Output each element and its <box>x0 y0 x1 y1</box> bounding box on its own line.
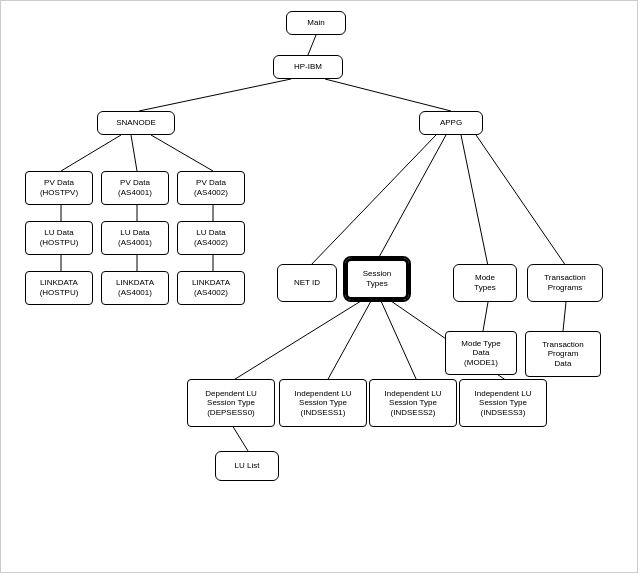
node-lu-as4001: LU Data(AS4001) <box>101 221 169 255</box>
node-lnk-as4001: LINKDATA(AS4001) <box>101 271 169 305</box>
node-main: Main <box>286 11 346 35</box>
svg-line-5 <box>151 135 213 171</box>
svg-line-3 <box>61 135 121 171</box>
svg-line-15 <box>476 135 566 266</box>
svg-line-4 <box>131 135 137 171</box>
svg-line-18 <box>381 301 417 381</box>
svg-line-22 <box>232 425 248 451</box>
node-trans-prog-data: TransactionProgramData <box>525 331 601 377</box>
node-mode-types: ModeTypes <box>453 264 517 302</box>
node-ind-lu1: Independent LUSession Type(INDSESS1) <box>279 379 367 427</box>
svg-line-17 <box>327 301 371 381</box>
node-trans-programs: TransactionPrograms <box>527 264 603 302</box>
svg-line-20 <box>483 302 488 331</box>
svg-line-13 <box>378 135 446 259</box>
svg-line-16 <box>232 301 361 381</box>
node-appg: APPG <box>419 111 483 135</box>
node-dep-lu: Dependent LUSession Type(DEPSESS0) <box>187 379 275 427</box>
node-pv-hostpv: PV Data(HOSTPV) <box>25 171 93 205</box>
svg-line-21 <box>563 302 566 331</box>
svg-line-1 <box>139 79 291 111</box>
node-hp-ibm: HP-IBM <box>273 55 343 79</box>
svg-line-12 <box>310 135 436 266</box>
svg-line-2 <box>325 79 451 111</box>
node-pv-as4002: PV Data(AS4002) <box>177 171 245 205</box>
node-lnk-as4002: LINKDATA(AS4002) <box>177 271 245 305</box>
node-net-id: NET ID <box>277 264 337 302</box>
node-lu-hostpu: LU Data(HOSTPU) <box>25 221 93 255</box>
node-lnk-hostpu: LINKDATA(HOSTPU) <box>25 271 93 305</box>
node-lu-list: LU List <box>215 451 279 481</box>
node-lu-as4002: LU Data(AS4002) <box>177 221 245 255</box>
node-mode-type-data: Mode TypeData(MODE1) <box>445 331 517 375</box>
node-pv-as4001: PV Data(AS4001) <box>101 171 169 205</box>
node-ind-lu3: Independent LUSession Type(INDSESS3) <box>459 379 547 427</box>
node-snanode: SNANODE <box>97 111 175 135</box>
svg-line-0 <box>308 35 316 55</box>
svg-line-14 <box>461 135 488 266</box>
node-ind-lu2: Independent LUSession Type(INDSESS2) <box>369 379 457 427</box>
diagram-container: Main HP-IBM SNANODE APPG PV Data(HOSTPV)… <box>0 0 638 573</box>
node-session-types: SessionTypes <box>343 256 411 302</box>
